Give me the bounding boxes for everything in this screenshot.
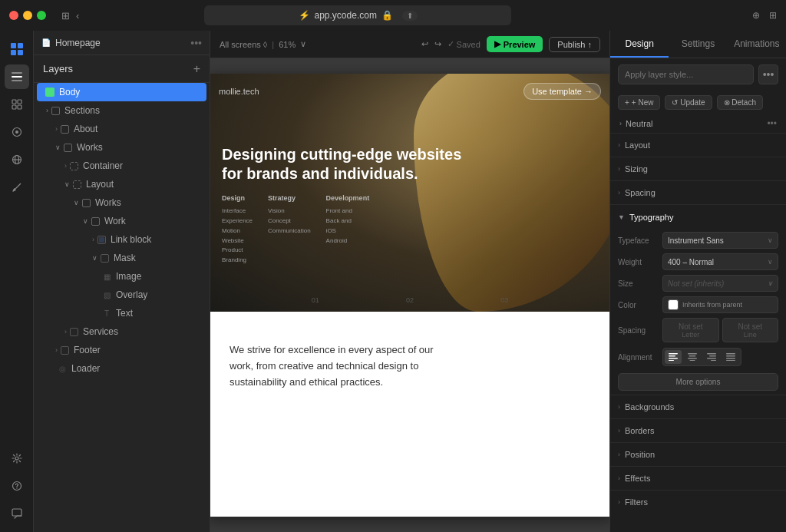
url-bar[interactable]: ⚡ app.ycode.com 🔒 ⬆ <box>204 5 511 25</box>
weight-value[interactable]: 400 – Normal ∨ <box>662 253 778 270</box>
layers-title: Layers <box>43 63 73 74</box>
tab-settings[interactable]: Settings <box>669 31 727 58</box>
svg-rect-23 <box>669 360 674 361</box>
layer-item-layout[interactable]: ∨ Layout <box>34 175 210 193</box>
tab-animations[interactable]: Animations <box>728 31 786 58</box>
layer-item-works-top[interactable]: ∨ Works <box>34 138 210 157</box>
layer-label: Link block <box>111 234 151 245</box>
svg-rect-33 <box>726 355 735 357</box>
backgrounds-header[interactable]: › Backgrounds <box>610 395 786 418</box>
sizing-header[interactable]: › Sizing <box>610 157 786 180</box>
layer-item-work[interactable]: ∨ Work <box>34 212 210 230</box>
svg-rect-2 <box>11 50 16 55</box>
undo-button[interactable]: ↩ <box>421 39 428 49</box>
layer-item-container[interactable]: › Container <box>34 157 210 175</box>
new-style-button[interactable]: + + New <box>618 95 660 110</box>
borders-header[interactable]: › Borders <box>610 419 786 442</box>
align-justify-button[interactable] <box>722 350 739 364</box>
layer-item-image[interactable]: ▦ Image <box>34 267 210 286</box>
pen-icon[interactable] <box>5 175 29 200</box>
position-header[interactable]: › Position <box>610 443 786 466</box>
layer-item-sections[interactable]: › Sections <box>34 101 210 120</box>
spacing-header[interactable]: › Spacing <box>610 181 786 204</box>
use-template-button[interactable]: Use template → <box>523 83 601 100</box>
divider: | <box>272 40 274 49</box>
new-tab-icon[interactable]: ⊕ <box>752 10 760 21</box>
zoom-level[interactable]: 61% <box>279 40 296 49</box>
letter-spacing-input[interactable]: Not set Letter <box>662 318 719 342</box>
size-value[interactable]: Not set (inherits) ∨ <box>662 275 778 292</box>
zoom-icon[interactable]: ⊞ <box>769 10 777 21</box>
canvas-viewport[interactable]: mollie.tech Use template → Designing cut… <box>210 58 609 532</box>
publish-button[interactable]: Publish ↑ <box>549 37 600 52</box>
col-item: Branding <box>222 256 253 266</box>
layer-item-works-nested[interactable]: ∨ Works <box>34 193 210 212</box>
update-label: ↺ Update <box>672 98 705 107</box>
color-swatch[interactable] <box>668 299 679 310</box>
play-icon: ▶ <box>494 39 500 49</box>
screens-selector[interactable]: All screens ◊ <box>220 40 267 49</box>
neutral-bar: › Neutral ••• <box>610 114 786 133</box>
align-center-button[interactable] <box>684 350 701 364</box>
chevron-icon: › <box>55 125 58 133</box>
layer-item-loader[interactable]: ◎ Loader <box>34 359 210 378</box>
typeface-value[interactable]: Instrument Sans ∨ <box>662 232 778 249</box>
align-left-button[interactable] <box>665 350 682 364</box>
col-item: Interface <box>222 207 253 216</box>
layer-item-mask[interactable]: ∨ Mask <box>34 249 210 267</box>
styles-icon[interactable] <box>5 120 29 144</box>
sidebar-toggle-icon[interactable]: ⊞ <box>61 10 70 21</box>
components-icon[interactable] <box>5 92 29 117</box>
neutral-menu-icon[interactable]: ••• <box>767 118 777 129</box>
more-options-button[interactable]: More options <box>618 373 778 391</box>
globe-icon[interactable] <box>5 147 29 172</box>
help-icon[interactable] <box>5 474 29 498</box>
close-button[interactable] <box>9 11 18 20</box>
layout-section: › Layout <box>610 133 786 157</box>
layer-label: Services <box>83 326 118 337</box>
effects-header[interactable]: › Effects <box>610 467 786 490</box>
zoom-chevron[interactable]: ∨ <box>300 39 306 49</box>
color-value[interactable]: Inherits from parent <box>662 296 778 313</box>
align-right-button[interactable] <box>703 350 720 364</box>
preview-label: Preview <box>504 40 536 49</box>
file-menu-icon[interactable]: ••• <box>190 37 202 49</box>
spacing-outer-section: › Spacing <box>610 180 786 204</box>
share-icon[interactable]: ⬆ <box>402 11 418 21</box>
layout-chevron-icon: › <box>618 141 620 149</box>
typography-header[interactable]: ▼ Typography <box>610 205 786 230</box>
layer-style-input[interactable] <box>618 64 754 84</box>
back-icon[interactable]: ‹ <box>76 10 79 21</box>
chevron-icon: › <box>64 328 67 335</box>
layer-item-text[interactable]: T Text <box>34 304 210 322</box>
line-spacing-input[interactable]: Not set Line <box>722 318 779 342</box>
layer-item-overlay[interactable]: ▧ Overlay <box>34 286 210 304</box>
feedback-icon[interactable] <box>5 501 29 526</box>
save-icon: ✓ <box>447 39 454 49</box>
layer-item-about[interactable]: › About <box>34 120 210 138</box>
detach-style-button[interactable]: ⊗ Detach <box>717 95 763 110</box>
preview-button[interactable]: ▶ Preview <box>487 36 543 52</box>
layer-item-body[interactable]: Body <box>37 83 206 101</box>
layout-header[interactable]: › Layout <box>610 134 786 157</box>
col-item: Motion <box>222 226 253 236</box>
settings-icon[interactable] <box>5 446 29 471</box>
redo-button[interactable]: ↪ <box>434 39 441 49</box>
plus-icon: + <box>625 98 629 107</box>
layers-icon[interactable] <box>5 64 29 89</box>
hero-section: mollie.tech Use template → Designing cut… <box>210 74 609 312</box>
add-layer-button[interactable]: + <box>193 62 200 76</box>
layer-style-menu-btn[interactable]: ••• <box>758 64 778 84</box>
alignment-label: Alignment <box>618 353 658 362</box>
minimize-button[interactable] <box>23 11 32 20</box>
spacing-inputs: Not set Letter Not set Line <box>662 318 778 342</box>
layer-item-services[interactable]: › Services <box>34 322 210 341</box>
maximize-button[interactable] <box>37 11 46 20</box>
layer-item-link-block[interactable]: › Link block <box>34 230 210 249</box>
tab-design[interactable]: Design <box>610 31 669 58</box>
update-style-button[interactable]: ↺ Update <box>665 95 712 110</box>
svg-rect-7 <box>12 100 16 104</box>
svg-rect-5 <box>12 76 22 78</box>
filters-header[interactable]: › Filters <box>610 491 786 514</box>
layer-item-footer[interactable]: › Footer <box>34 341 210 359</box>
